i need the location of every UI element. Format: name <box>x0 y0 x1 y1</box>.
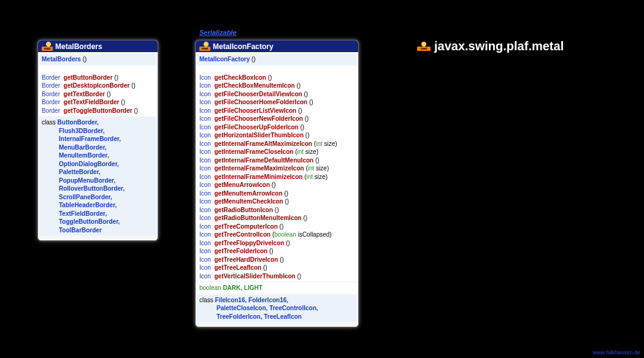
method-name[interactable]: getMenuItemCheckIcon <box>214 198 283 205</box>
method-name[interactable]: getTextBorder <box>64 91 105 97</box>
implements-link[interactable]: Serializable <box>199 29 237 36</box>
package-title: met javax.swing.plaf.metal <box>417 39 564 53</box>
method-name[interactable]: getCheckBoxIcon <box>214 74 266 81</box>
return-type[interactable]: Border <box>42 99 60 105</box>
method-row: Icon getFileChooserHomeFolderIcon () <box>199 98 355 107</box>
inner-class[interactable]: OptionDialogBorder, <box>42 160 154 169</box>
method-name[interactable]: getToggleButtonBorder <box>64 107 132 114</box>
return-type[interactable]: Icon <box>199 190 211 197</box>
return-type[interactable]: Icon <box>199 91 211 97</box>
return-type[interactable]: Border <box>42 82 60 89</box>
inner-classes: class FileIcon16, FolderIcon16,PaletteCl… <box>197 295 357 322</box>
inner-class[interactable]: ScrollPaneBorder, <box>42 193 154 202</box>
return-type[interactable]: Icon <box>199 264 211 271</box>
return-type[interactable]: Icon <box>199 74 211 81</box>
method-row: Icon getInternalFrameCloseIcon (int size… <box>199 148 355 156</box>
return-type[interactable]: Icon <box>199 248 211 254</box>
inner-class[interactable]: PopupMenuBorder, <box>42 177 154 185</box>
inner-class[interactable]: TableHeaderBorder, <box>42 201 154 210</box>
return-type[interactable]: Icon <box>199 207 211 213</box>
return-type[interactable]: Icon <box>199 140 211 147</box>
method-row: Border getTextFieldBorder () <box>42 98 154 107</box>
method-name[interactable]: getTreeFloppyDriveIcon <box>214 240 284 246</box>
credit-link[interactable]: www.falkhausen.de <box>592 349 640 356</box>
package-name: javax.swing.plaf.metal <box>434 39 564 53</box>
method-row: Icon getVerticalSliderThumbIcon () <box>199 272 355 281</box>
method-name[interactable]: getInternalFrameAltMaximizeIcon <box>214 140 312 147</box>
method-name[interactable]: getDesktopIconBorder <box>64 82 130 89</box>
return-type[interactable]: Icon <box>199 223 211 230</box>
method-name[interactable]: getTreeControlIcon <box>214 231 270 238</box>
inner-class[interactable]: RolloverButtonBorder, <box>42 185 154 193</box>
method-row: Icon getRadioButtonMenuItemIcon () <box>199 214 355 223</box>
inner-class[interactable]: FileIcon16, FolderIcon16, <box>215 297 288 303</box>
return-type[interactable]: Icon <box>199 82 211 89</box>
return-type[interactable]: Icon <box>199 115 211 122</box>
return-type[interactable]: Border <box>42 91 60 97</box>
methods: Icon getCheckBoxIcon ()Icon getCheckBoxM… <box>197 66 357 282</box>
return-type[interactable]: Border <box>42 74 60 81</box>
method-name[interactable]: getButtonBorder <box>64 74 113 81</box>
return-type[interactable]: Border <box>42 107 60 114</box>
method-row: Icon getTreeLeafIcon () <box>199 264 355 272</box>
method-row: Icon getCheckBoxIcon () <box>199 74 355 82</box>
inner-class[interactable]: TextFieldBorder, <box>42 210 154 218</box>
return-type[interactable]: Icon <box>199 157 211 164</box>
return-type[interactable]: Icon <box>199 231 211 238</box>
inner-class[interactable]: MenuBarBorder, <box>42 143 154 152</box>
inner-class[interactable]: ToolBarBorder <box>42 226 154 235</box>
method-name[interactable]: getTreeLeafIcon <box>214 264 261 271</box>
return-type[interactable]: Icon <box>199 148 211 155</box>
method-name[interactable]: getFileChooserListViewIcon <box>214 107 296 114</box>
method-name[interactable]: getTreeFolderIcon <box>214 248 267 254</box>
method-name[interactable]: getHorizontalSliderThumbIcon <box>214 132 304 139</box>
return-type[interactable]: Icon <box>199 240 211 246</box>
return-type[interactable]: Icon <box>199 181 211 188</box>
method-name[interactable]: getFileChooserNewFolderIcon <box>214 115 302 122</box>
method-name[interactable]: getMenuArrowIcon <box>214 181 270 188</box>
method-name[interactable]: getRadioButtonIcon <box>214 207 273 213</box>
method-name[interactable]: getFileChooserDetailViewIcon <box>214 91 302 97</box>
class-header: met MetalBorders <box>38 40 158 52</box>
return-type[interactable]: Icon <box>199 132 211 139</box>
inner-class[interactable]: PaletteBorder, <box>42 168 154 177</box>
inner-class[interactable]: ToggleButtonBorder, <box>42 218 154 226</box>
method-row: Icon getFileChooserDetailViewIcon () <box>199 90 355 99</box>
inner-class[interactable]: TreeFolderIcon, TreeLeafIcon <box>199 313 355 321</box>
method-name[interactable]: getTreeHardDriveIcon <box>214 256 278 263</box>
method-name[interactable]: getFileChooserUpFolderIcon <box>214 124 298 131</box>
return-type[interactable]: Icon <box>199 273 211 280</box>
method-row: Icon getTreeComputerIcon () <box>199 223 355 231</box>
return-type[interactable]: Icon <box>199 256 211 263</box>
method-name[interactable]: getInternalFrameCloseIcon <box>214 148 293 155</box>
inner-class[interactable]: PaletteCloseIcon, TreeControlIcon, <box>199 304 355 313</box>
method-name[interactable]: getMenuItemArrowIcon <box>214 190 282 197</box>
inner-class[interactable]: Flush3DBorder, <box>42 127 154 135</box>
method-name[interactable]: getRadioButtonMenuItemIcon <box>214 215 301 221</box>
method-name[interactable]: getFileChooserHomeFolderIcon <box>214 99 307 105</box>
method-row: Icon getInternalFrameDefaultMenuIcon () <box>199 156 355 165</box>
method-name[interactable]: getTextFieldBorder <box>64 99 120 105</box>
return-type[interactable]: Icon <box>199 107 211 114</box>
method-name[interactable]: getInternalFrameMaximizeIcon <box>214 165 304 172</box>
method-name[interactable]: getVerticalSliderThumbIcon <box>214 273 295 280</box>
method-row: Border getButtonBorder () <box>42 74 154 82</box>
inner-class[interactable]: InternalFrameBorder, <box>42 135 154 143</box>
return-type[interactable]: Icon <box>199 198 211 205</box>
inner-class[interactable]: MenuItemBorder, <box>42 151 154 160</box>
method-name[interactable]: getInternalFrameMinimizeIcon <box>214 173 302 180</box>
return-type[interactable]: Icon <box>199 173 211 180</box>
return-type[interactable]: Icon <box>199 124 211 131</box>
method-name[interactable]: getInternalFrameDefaultMenuIcon <box>214 157 313 164</box>
return-type[interactable]: Icon <box>199 215 211 221</box>
method-row: Icon getHorizontalSliderThumbIcon () <box>199 131 355 140</box>
method-row: Border getToggleButtonBorder () <box>42 107 154 115</box>
return-type[interactable]: Icon <box>199 99 211 105</box>
method-name[interactable]: getCheckBoxMenuItemIcon <box>214 82 294 89</box>
method-name[interactable]: getTreeComputerIcon <box>214 223 277 230</box>
class-header: met MetalIconFactory <box>196 40 358 52</box>
inner-class[interactable]: ButtonBorder, <box>58 119 99 126</box>
return-type[interactable]: Icon <box>199 165 211 172</box>
method-row: Icon getInternalFrameMaximizeIcon (int s… <box>199 164 355 173</box>
class-title: MetalIconFactory <box>213 42 274 51</box>
